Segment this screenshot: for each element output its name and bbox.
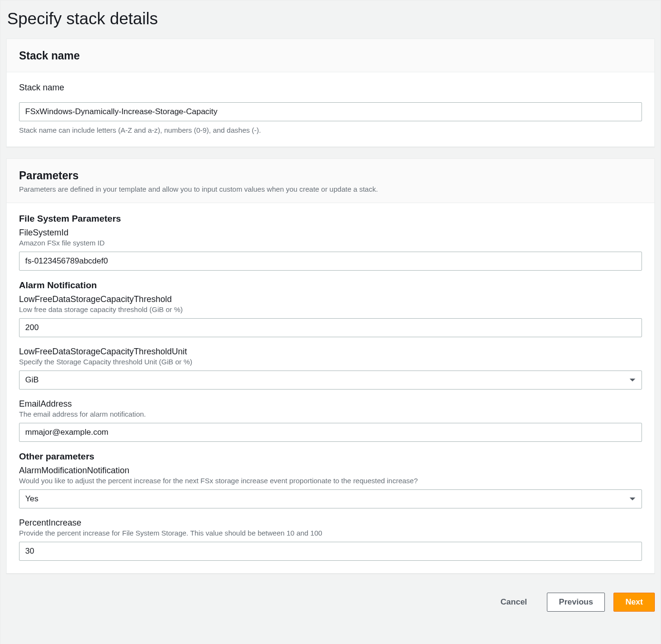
- threshold-unit-value: GiB: [19, 371, 642, 390]
- previous-button[interactable]: Previous: [547, 593, 605, 612]
- threshold-hint: Low free data storage capacity threshold…: [19, 305, 642, 313]
- parameters-header: Parameters Parameters are defined in you…: [7, 159, 654, 203]
- threshold-input[interactable]: [19, 318, 642, 337]
- stack-name-label: Stack name: [19, 83, 642, 93]
- stack-name-input[interactable]: [19, 102, 642, 121]
- field-threshold-unit: LowFreeDataStorageCapacityThresholdUnit …: [19, 347, 642, 390]
- field-percent: PercentIncrease Provide the percent incr…: [19, 518, 642, 561]
- parameters-body: File System Parameters FileSystemId Amaz…: [7, 203, 654, 573]
- percent-input[interactable]: [19, 542, 642, 561]
- field-email: EmailAddress The email address for alarm…: [19, 399, 642, 442]
- parameters-section-title: Parameters: [19, 169, 642, 182]
- field-threshold: LowFreeDataStorageCapacityThreshold Low …: [19, 294, 642, 337]
- next-button[interactable]: Next: [613, 593, 655, 612]
- page-container: Specify stack details Stack name Stack n…: [0, 0, 661, 644]
- email-label: EmailAddress: [19, 399, 642, 409]
- alarm-mod-hint: Would you like to adjust the percent inc…: [19, 477, 642, 485]
- email-input[interactable]: [19, 423, 642, 442]
- stack-name-header: Stack name: [7, 39, 654, 72]
- parameters-panel: Parameters Parameters are defined in you…: [6, 158, 655, 574]
- stack-name-hint: Stack name can include letters (A-Z and …: [19, 126, 642, 134]
- percent-label: PercentIncrease: [19, 518, 642, 528]
- percent-hint: Provide the percent increase for File Sy…: [19, 529, 642, 537]
- field-alarm-mod: AlarmModificationNotification Would you …: [19, 466, 642, 508]
- stack-name-panel: Stack name Stack name Stack name can inc…: [6, 39, 655, 147]
- email-hint: The email address for alarm notification…: [19, 410, 642, 418]
- stack-name-body: Stack name Stack name can include letter…: [7, 72, 654, 146]
- threshold-unit-hint: Specify the Storage Capacity threshold U…: [19, 358, 642, 366]
- cancel-button[interactable]: Cancel: [489, 593, 539, 612]
- page-title: Specify stack details: [0, 0, 661, 39]
- alarm-mod-value: Yes: [19, 489, 642, 508]
- threshold-unit-label: LowFreeDataStorageCapacityThresholdUnit: [19, 347, 642, 357]
- file-system-id-label: FileSystemId: [19, 228, 642, 238]
- stack-name-section-title: Stack name: [19, 49, 642, 62]
- alarm-mod-label: AlarmModificationNotification: [19, 466, 642, 476]
- wizard-footer: Cancel Previous Next: [0, 585, 661, 619]
- group-title-alarm: Alarm Notification: [19, 280, 642, 291]
- alarm-mod-select[interactable]: Yes: [19, 489, 642, 508]
- group-title-other: Other parameters: [19, 451, 642, 462]
- parameters-section-subtext: Parameters are defined in your template …: [19, 185, 642, 193]
- group-title-file-system: File System Parameters: [19, 214, 642, 224]
- file-system-id-hint: Amazon FSx file system ID: [19, 239, 642, 247]
- threshold-label: LowFreeDataStorageCapacityThreshold: [19, 294, 642, 304]
- threshold-unit-select[interactable]: GiB: [19, 371, 642, 390]
- field-file-system-id: FileSystemId Amazon FSx file system ID: [19, 228, 642, 271]
- file-system-id-input[interactable]: [19, 252, 642, 271]
